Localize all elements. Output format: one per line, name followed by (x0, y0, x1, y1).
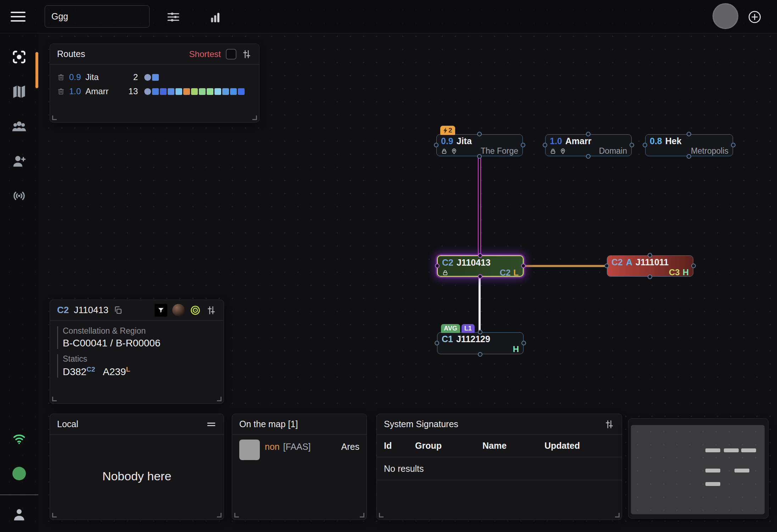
node-handle[interactable] (435, 264, 440, 268)
resize-handle[interactable] (52, 115, 57, 120)
column-id[interactable]: Id (384, 441, 415, 451)
node-handle[interactable] (477, 154, 482, 159)
node-handle[interactable] (687, 154, 691, 159)
node-handle[interactable] (521, 264, 526, 268)
resize-handle[interactable] (52, 513, 57, 517)
node-handle[interactable] (543, 143, 547, 147)
static-code[interactable]: D382 (63, 366, 86, 377)
sidebar-item-characters[interactable] (0, 118, 38, 135)
node-handle[interactable] (478, 352, 482, 357)
node-handle[interactable] (731, 143, 736, 147)
resize-handle[interactable] (615, 513, 620, 517)
node-handle[interactable] (643, 143, 647, 147)
minimap-node-bar (705, 448, 720, 452)
delete-route-button[interactable] (57, 87, 69, 95)
routes-settings-button[interactable] (241, 49, 252, 60)
on-the-map-panel: On the map [1] non [FAAS] Ares (232, 414, 367, 520)
system-node-j112129[interactable]: AVG L1 C1 J112129 H (437, 332, 524, 354)
node-handle[interactable] (478, 253, 482, 258)
sidebar-item-signals[interactable] (0, 188, 38, 204)
node-handle[interactable] (478, 330, 482, 334)
on-the-map-title: On the map [1] (239, 419, 359, 429)
delete-route-button[interactable] (57, 73, 69, 81)
signatures-settings-button[interactable] (604, 419, 615, 430)
copy-button[interactable] (113, 306, 123, 315)
node-handle[interactable] (434, 143, 438, 147)
broadcast-icon (11, 188, 27, 204)
node-handle[interactable] (477, 132, 482, 136)
system-info-header: C2 J110413 (50, 300, 224, 321)
resize-handle[interactable] (379, 513, 384, 517)
system-node-jita[interactable]: 2 0.9 Jita The Forge (436, 134, 523, 156)
route-row-amarr[interactable]: 1.0 Amarr 13 (57, 84, 252, 98)
map-stats-button[interactable] (207, 9, 223, 25)
system-node-amarr[interactable]: 1.0 Amarr Domain (545, 134, 632, 156)
person-icon (11, 506, 27, 523)
plus-circle-icon (747, 10, 762, 24)
system-node-hek[interactable]: 0.8 Hek Metropolis (645, 134, 733, 156)
resize-handle[interactable] (234, 513, 239, 517)
node-handle[interactable] (687, 132, 691, 136)
node-handle[interactable] (478, 274, 482, 279)
filter-funnel-button[interactable] (155, 304, 167, 317)
route-row-jita[interactable]: 0.9 Jita 2 (57, 70, 252, 84)
connection-j110413-j112129[interactable] (479, 276, 481, 333)
column-group[interactable]: Group (415, 441, 482, 451)
route-segments (144, 74, 160, 81)
node-handle[interactable] (521, 143, 525, 147)
sidebar-item-maps[interactable] (0, 84, 38, 100)
add-button[interactable] (747, 9, 763, 25)
connection-jita-j110413[interactable] (478, 156, 481, 256)
minimap-panel[interactable] (628, 418, 768, 519)
resize-handle[interactable] (217, 513, 222, 517)
resize-handle[interactable] (217, 397, 222, 401)
system-node-j110413[interactable]: C2 J110413 C2 L (437, 255, 524, 277)
node-handle[interactable] (586, 154, 591, 159)
map-filter-button[interactable] (165, 9, 181, 25)
minimap-node-bar (741, 448, 756, 452)
shortest-label[interactable]: Shortest (189, 49, 221, 59)
resize-handle[interactable] (252, 115, 257, 120)
security-status: 0.8 (650, 136, 662, 146)
constellation-region-group: Constellation & Region B-C00041 / B-R000… (57, 326, 217, 349)
pilot-row[interactable]: non [FAAS] Ares (232, 435, 367, 460)
l1-badge: L1 (462, 324, 475, 333)
static-effect: L (513, 268, 519, 278)
shortest-checkbox[interactable] (226, 49, 236, 60)
column-name[interactable]: Name (482, 441, 544, 451)
node-handle[interactable] (648, 275, 652, 279)
column-updated[interactable]: Updated (544, 441, 615, 451)
node-handle[interactable] (435, 341, 439, 345)
resize-handle[interactable] (52, 397, 57, 401)
planet-thumbnail[interactable] (172, 304, 185, 316)
user-avatar[interactable] (712, 3, 738, 29)
node-handle[interactable] (604, 264, 609, 268)
connection-j110413-j111011[interactable] (524, 265, 607, 267)
node-handle[interactable] (691, 264, 696, 268)
statics-label: Statics (63, 354, 217, 364)
sidebar-item-add-character[interactable] (0, 153, 38, 169)
static-class: C2 (500, 268, 511, 278)
wormhole-class: C1 (442, 334, 453, 344)
system-node-j111011[interactable]: C2 A J111011 C3 H (607, 255, 693, 277)
person-add-icon (11, 153, 27, 169)
local-menu-button[interactable] (206, 419, 217, 430)
route-segment (230, 88, 237, 95)
profile-button[interactable] (0, 506, 38, 523)
scan-target-button[interactable] (190, 305, 201, 316)
static-code[interactable]: A239 (103, 366, 126, 377)
map-name-input[interactable] (45, 5, 150, 28)
node-handle[interactable] (630, 143, 634, 147)
node-handle[interactable] (648, 253, 652, 257)
minimap-viewport[interactable] (631, 425, 765, 514)
resize-handle[interactable] (360, 513, 364, 517)
node-handle[interactable] (521, 341, 526, 345)
bar-chart-icon (208, 10, 222, 24)
focus-tracking-icon (11, 49, 27, 65)
menu-button[interactable] (11, 12, 26, 22)
sidebar-item-tracking[interactable] (0, 49, 38, 65)
system-name: Amarr (565, 136, 592, 146)
route-destination: Jita (85, 72, 122, 82)
system-settings-button[interactable] (206, 305, 217, 316)
node-handle[interactable] (586, 132, 591, 136)
